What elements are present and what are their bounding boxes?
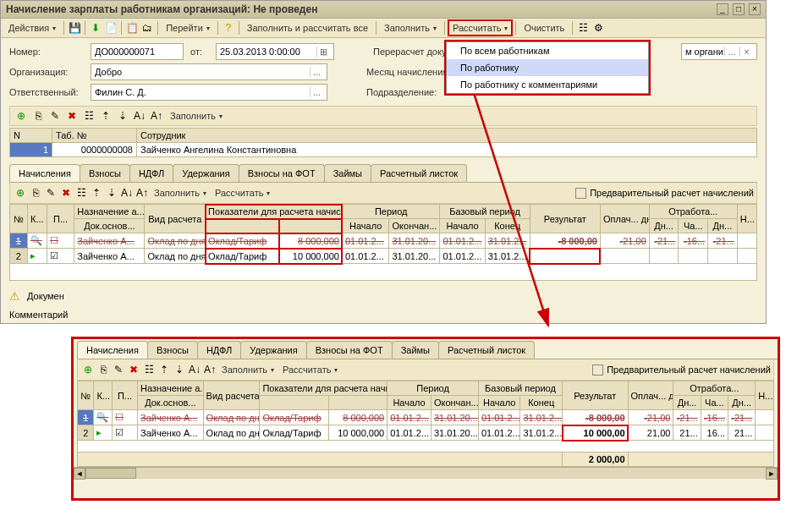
fill-calc-all-button[interactable]: Заполнить и рассчитать все	[243, 20, 372, 36]
sort-az-icon[interactable]: A↓	[187, 362, 202, 377]
org-tag-field[interactable]: м органи...×	[681, 43, 757, 60]
prelim-label: Предварительный расчет начислений	[607, 365, 771, 375]
scroll-right-icon[interactable]: ►	[766, 468, 778, 480]
dd-by-employee[interactable]: По работнику	[447, 59, 648, 76]
add-icon[interactable]: ⊕	[80, 362, 96, 377]
edit-icon[interactable]: ✎	[111, 362, 126, 377]
down-icon[interactable]: ⇣	[104, 185, 119, 200]
tab-deductions[interactable]: Удержания	[173, 164, 239, 182]
actions-menu[interactable]: Действия	[4, 20, 60, 36]
tab-payslip[interactable]: Расчетный листок	[371, 164, 467, 182]
help-icon[interactable]: ?	[222, 21, 235, 35]
prelim-checkbox[interactable]	[592, 365, 603, 376]
close-button[interactable]: ×	[749, 3, 761, 15]
calc-calc-menu[interactable]: Рассчитать	[211, 185, 274, 200]
select-icon[interactable]: ...	[310, 67, 323, 77]
fill-menu[interactable]: Заполнить	[380, 20, 441, 36]
sort-az-icon[interactable]: A↓	[132, 108, 147, 123]
tab-accruals[interactable]: Начисления	[77, 341, 148, 359]
calc-fill-menu[interactable]: Заполнить	[150, 185, 211, 200]
save-icon[interactable]: 💾	[68, 21, 81, 35]
delete-icon[interactable]: ✖	[64, 108, 80, 123]
table-row[interactable]: 1🔍☐ Зайченко А...Оклад по дням Оклад/Тар…	[78, 410, 774, 425]
resp-field[interactable]: Филин С. Д....	[91, 84, 327, 101]
main-window: Начисление зарплаты работникам организац…	[0, 0, 767, 324]
tab-payslip[interactable]: Расчетный листок	[438, 341, 535, 359]
down-icon[interactable]: ⇣	[172, 362, 187, 377]
struct-icon[interactable]: 🗂	[140, 21, 154, 35]
up-icon[interactable]: ⇡	[157, 362, 172, 377]
sort-az-icon[interactable]: A↓	[119, 185, 135, 200]
tab-fot[interactable]: Взносы на ФОТ	[306, 341, 393, 359]
table-icon[interactable]: ☷	[74, 185, 89, 200]
calc-calc-menu[interactable]: Рассчитать	[278, 362, 342, 377]
tab-contributions[interactable]: Взносы	[147, 341, 198, 359]
doc-label: Докумен	[27, 291, 64, 301]
tab-ndfl[interactable]: НДФЛ	[197, 341, 241, 359]
sort-za-icon[interactable]: A↑	[149, 108, 164, 123]
add-icon[interactable]: ⊕	[14, 108, 29, 123]
table-row[interactable]: 1🔍☐ Зайченко А...Оклад по дням Оклад/Тар…	[10, 233, 757, 249]
total-value: 2 000,00	[563, 452, 629, 467]
tab-ndfl[interactable]: НДФЛ	[129, 164, 173, 182]
result-panel: Начисления Взносы НДФЛ Удержания Взносы …	[71, 337, 780, 501]
table-row[interactable]: 2▸☑ Зайченко А...Оклад по дням Оклад/Тар…	[78, 425, 774, 441]
calendar-icon[interactable]: ⊞	[316, 47, 330, 58]
tab-loans[interactable]: Займы	[324, 164, 371, 182]
edit-icon[interactable]: ✎	[43, 185, 58, 200]
post-icon[interactable]: ⬇	[89, 21, 102, 35]
prelim-checkbox[interactable]	[575, 188, 586, 199]
sort-za-icon[interactable]: A↑	[202, 362, 217, 377]
employee-table: N Таб. № Сотрудник 1 0000000008 Зайченко…	[9, 128, 757, 157]
calc-toolbar: ⊕ ⎘ ✎ ✖ ☷ ⇡ ⇣ A↓ A↑ Заполнить Рассчитать…	[9, 183, 757, 204]
table-row[interactable]: 2▸☑ Зайченко А...Оклад по дням Оклад/Тар…	[10, 249, 757, 264]
emp-fill-menu[interactable]: Заполнить	[166, 108, 227, 123]
list-icon[interactable]: ☷	[576, 21, 590, 35]
main-toolbar: Действия 💾 ⬇ 📄 📋 🗂 Перейти ? Заполнить и…	[1, 19, 766, 38]
minimize-button[interactable]: _	[717, 3, 728, 15]
table-icon[interactable]: ☷	[81, 108, 96, 123]
col-emp: Сотрудник	[137, 129, 757, 143]
delete-icon[interactable]: ✖	[126, 362, 141, 377]
down-icon[interactable]: ⇣	[115, 108, 130, 123]
tab-contributions[interactable]: Взносы	[80, 164, 130, 182]
form-area: Номер: ДО000000071 от: 25.03.2013 0:00:0…	[1, 38, 766, 286]
settings-icon[interactable]: ⚙	[591, 21, 605, 35]
tab-accruals[interactable]: Начисления	[9, 164, 80, 182]
footer: ⚠ Докумен	[1, 286, 766, 306]
titlebar: Начисление зарплаты работникам организац…	[1, 1, 766, 19]
calc-menu[interactable]: Рассчитать	[448, 20, 512, 36]
clear-icon[interactable]: ×	[739, 47, 753, 57]
date-field[interactable]: 25.03.2013 0:00:00⊞	[216, 43, 334, 60]
table-row[interactable]: 1 0000000008 Зайченко Ангелина Константи…	[10, 143, 757, 157]
maximize-button[interactable]: □	[733, 3, 745, 15]
tabs: Начисления Взносы НДФЛ Удержания Взносы …	[9, 164, 757, 183]
copy-icon[interactable]: ⎘	[96, 362, 111, 377]
number-label: Номер:	[9, 47, 84, 57]
scroll-left-icon[interactable]: ◄	[74, 468, 85, 480]
tab-fot[interactable]: Взносы на ФОТ	[239, 164, 325, 182]
copy-icon[interactable]: ⎘	[30, 108, 46, 123]
doc-icon[interactable]: 📄	[104, 21, 118, 35]
clear-button[interactable]: Очистить	[519, 20, 569, 36]
edit-icon[interactable]: ✎	[47, 108, 63, 123]
table-icon[interactable]: ☷	[141, 362, 157, 377]
add-icon[interactable]: ⊕	[13, 185, 28, 200]
col-n: N	[10, 129, 52, 143]
org-field[interactable]: Добро...	[91, 63, 327, 80]
number-field[interactable]: ДО000000071	[91, 43, 184, 60]
dd-all-employees[interactable]: По всем работникам	[447, 42, 648, 59]
go-menu[interactable]: Перейти	[162, 20, 214, 36]
tab-deductions[interactable]: Удержания	[240, 341, 306, 359]
sort-za-icon[interactable]: A↑	[135, 185, 150, 200]
delete-icon[interactable]: ✖	[58, 185, 74, 200]
dd-by-employee-comments[interactable]: По работнику с комментариями	[447, 76, 648, 93]
copy-icon[interactable]: ⎘	[28, 185, 43, 200]
org-label: Организация:	[9, 67, 84, 77]
basis-icon[interactable]: 📋	[125, 21, 139, 35]
tab-loans[interactable]: Займы	[392, 341, 439, 359]
up-icon[interactable]: ⇡	[98, 108, 113, 123]
calc-fill-menu[interactable]: Заполнить	[217, 362, 278, 377]
up-icon[interactable]: ⇡	[89, 185, 104, 200]
horizontal-scrollbar[interactable]: ◄ ►	[74, 467, 778, 479]
